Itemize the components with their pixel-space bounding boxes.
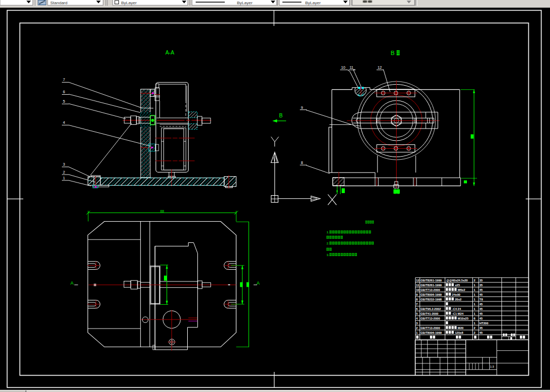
svg-text:11: 11 [350, 66, 353, 69]
svg-text:GB/T8006-1999: GB/T8006-1999 [420, 331, 442, 334]
svg-text:1.: 1. [327, 231, 329, 234]
svg-text:45: 45 [480, 288, 483, 291]
svg-text:35: 35 [480, 284, 483, 287]
svg-text:45: 45 [480, 312, 483, 315]
svg-text:GB/T8261-1999: GB/T8261-1999 [420, 279, 442, 282]
svg-text:6: 6 [63, 90, 65, 94]
svg-text:45: 45 [480, 331, 483, 334]
svg-text:11: 11 [416, 284, 420, 287]
svg-text:5: 5 [63, 99, 65, 103]
svg-text:GB/T8006-1999: GB/T8006-1999 [420, 293, 442, 296]
svg-text:7: 7 [63, 78, 65, 81]
svg-text:120x8: 120x8 [455, 331, 463, 334]
svg-text:B: B [391, 50, 395, 56]
svg-text:20x2: 20x2 [455, 298, 461, 301]
svg-text:1:3: 1:3 [490, 365, 494, 368]
svg-text:45: 45 [480, 293, 483, 296]
svg-text:@@60x24.5x20: @@60x24.5x20 [446, 279, 468, 282]
svg-text:3.: 3. [327, 253, 329, 257]
svg-text:A: A [256, 280, 260, 286]
svg-text:GB/T713-2000: GB/T713-2000 [420, 326, 440, 330]
svg-text:45: 45 [480, 303, 483, 306]
svg-text:ByLayer: ByLayer [305, 1, 321, 5]
svg-text:2: 2 [63, 170, 65, 174]
svg-text:35: 35 [480, 279, 483, 282]
svg-text:B: B [279, 113, 283, 118]
svg-text:GB/T713-2000: GB/T713-2000 [420, 288, 440, 291]
svg-text:GB/T8232-1998: GB/T8232-1998 [420, 298, 442, 301]
svg-text:45: 45 [480, 317, 483, 320]
svg-text:ByLayer: ByLayer [237, 1, 253, 5]
svg-text:Standard: Standard [50, 1, 67, 5]
svg-text:GB/T8261-1999: GB/T8261-1999 [420, 284, 442, 287]
svg-text:HT200: HT200 [480, 322, 489, 325]
svg-text:x25: x25 [455, 284, 460, 287]
svg-text:24x90: 24x90 [452, 293, 461, 296]
svg-text:A: A [70, 280, 74, 286]
svg-text:ByLayer: ByLayer [121, 1, 137, 5]
svg-text:T8: T8 [480, 298, 483, 301]
svg-text:GB/T713-2000: GB/T713-2000 [420, 317, 440, 320]
svg-text:M6x2: M6x2 [458, 288, 465, 291]
svg-text:12: 12 [416, 279, 420, 282]
svg-text:10: 10 [341, 66, 345, 69]
svg-text:10: 10 [416, 288, 420, 291]
svg-text:M10x25: M10x25 [458, 317, 469, 320]
svg-text:9: 9 [301, 106, 303, 110]
svg-text:45: 45 [480, 326, 483, 330]
svg-text:1: 1 [63, 176, 65, 180]
svg-text:A-A: A-A [166, 50, 175, 56]
svg-text:8: 8 [301, 161, 303, 165]
svg-text:GB/T41-2000: GB/T41-2000 [420, 312, 438, 315]
svg-text:-C1 M24: -C1 M24 [452, 312, 464, 315]
svg-text:12: 12 [378, 66, 382, 69]
svg-text:45: 45 [480, 307, 483, 311]
svg-text:GB/T96.2-2002: GB/T96.2-2002 [420, 307, 441, 311]
svg-text:-C4 24: -C4 24 [452, 307, 462, 311]
svg-text:M20: M20 [458, 326, 464, 330]
svg-text:2.: 2. [327, 242, 329, 245]
svg-text:3: 3 [63, 162, 65, 166]
svg-text:4: 4 [63, 121, 65, 124]
